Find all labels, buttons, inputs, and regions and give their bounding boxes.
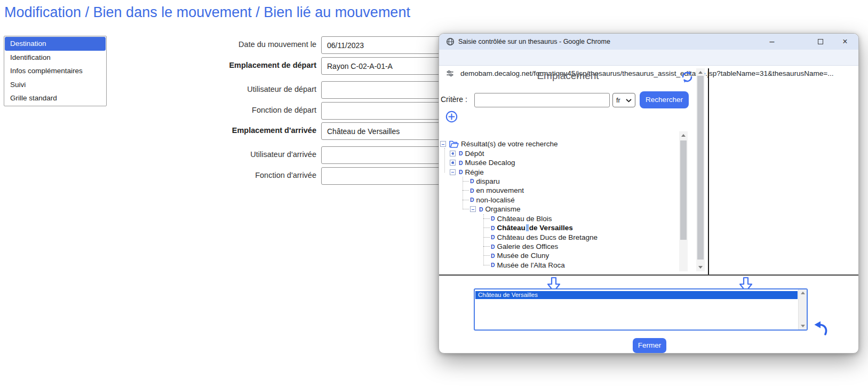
tree-node-label: Organisme [485,205,521,213]
tree-node-musee-de-cluny[interactable]: DMusée de Cluny [439,251,678,260]
tree-toggle-minus-icon[interactable] [450,169,456,175]
window-titlebar[interactable]: Saisie contrôlée sur un thesaurus - Goog… [439,34,858,50]
scroll-up-icon[interactable] [698,71,703,74]
tree-toggle-plus-icon[interactable] [450,151,456,156]
descriptor-d-icon: D [459,150,463,156]
language-select[interactable]: fr [612,93,635,107]
tree-node-en-mouvement[interactable]: Den mouvement [439,186,678,195]
field-label-utilisateur-de-depart: Utilisateur de départ [176,85,316,93]
frame-scrollbar[interactable] [696,68,705,271]
descriptor-d-icon: D [459,160,463,166]
tree-connector [483,246,490,247]
text-caret-highlight [526,224,529,231]
refresh-button[interactable] [681,70,694,85]
tree-scrollbar-thumb[interactable] [680,140,687,240]
thesaurus-tree: Résultat(s) de votre rechercheDDépôtDMus… [439,139,678,271]
result-item-chateau-de-versailles[interactable]: Château de Versailles [475,291,798,299]
tree-node-galerie-des-offices[interactable]: DGalerie des Offices [439,242,678,251]
globe-favicon-icon [446,37,455,48]
field-label-fonction-de-depart: Fonction de départ [176,106,316,114]
descriptor-d-icon: D [491,215,495,222]
field-label-fonction-d-arrivee: Fonction d'arrivée [176,171,316,179]
pane-divider [708,68,709,275]
descriptor-d-icon: D [459,169,463,175]
scroll-down-icon[interactable] [801,325,805,327]
tree-connector [483,237,490,238]
descriptor-d-icon: D [470,178,474,184]
tree-node-label: non-localisé [476,196,515,204]
field-label-emplacement-de-depart: Emplacement de départ [176,61,316,69]
descriptor-d-icon: D [491,253,495,259]
scroll-up-icon[interactable] [681,134,686,137]
scroll-up-icon[interactable] [801,292,805,294]
frame-scrollbar-thumb[interactable] [697,76,704,260]
tree-node-label: en mouvement [476,186,524,194]
fermer-button[interactable]: Fermer [633,338,666,353]
tree-connector [463,181,469,182]
tree-node-resultat-s-de-votre-recherche[interactable]: Résultat(s) de votre recherche [439,139,678,148]
tree-node-musee-decalog[interactable]: DMusée Decalog [439,158,678,167]
listbox-scrollbar[interactable] [798,289,807,330]
frame-bottom-border [439,275,859,276]
sidebar-item-grille-standard[interactable]: Grille standard [5,91,106,105]
descriptor-d-icon: D [479,206,483,213]
result-listbox[interactable]: Château de Versailles [474,288,808,331]
tree-node-label: Régie [465,168,484,176]
sidebar-item-identification[interactable]: Identification [5,51,106,65]
thesaurus-heading: Emplacement [439,70,697,82]
result-listbox-items: Château de Versailles [475,291,798,299]
tree-toggle-minus-icon[interactable] [470,206,476,212]
tree-node-label: Musée de l'Alta Roca [497,261,565,269]
minimize-button[interactable]: – [763,34,781,50]
tree-node-label: Musée de Cluny [497,252,550,260]
tree-node-label: Résultat(s) de votre recherche [461,140,558,148]
tree-node-label: Dépôt [465,150,484,158]
criteria-search-input[interactable] [474,93,610,107]
tree-node-regie[interactable]: DRégie [439,167,678,176]
chevron-down-icon [626,97,632,104]
close-window-button[interactable]: × [836,34,854,50]
tree-node-label: Château de Blois [497,215,552,223]
descriptor-d-icon: D [470,197,474,203]
descriptor-d-icon: D [470,187,474,194]
sidebar-item-destination[interactable]: Destination [5,37,106,51]
page-title: Modification / Bien dans le mouvement / … [4,4,410,21]
tree-node-chateau-de-versailles[interactable]: DChâteaude Versailles [439,223,678,232]
tree-node-chateau-de-blois[interactable]: DChâteau de Blois [439,214,678,223]
tree-node-musee-de-l-alta-roca[interactable]: DMusée de l'Alta Roca [439,261,678,270]
descriptor-d-icon: D [491,234,495,240]
scroll-down-icon[interactable] [698,266,703,269]
tree-node-label: Galerie des Offices [497,242,559,250]
criteria-label: Critère : [441,95,467,104]
tree-node-organisme[interactable]: DOrganisme [439,205,678,214]
tree-node-label: Châteaude Versailles [497,224,573,232]
tree-node-disparu[interactable]: Ddisparu [439,177,678,186]
tree-node-non-localise[interactable]: Dnon-localisé [439,195,678,205]
sidebar-item-infos-complementaires[interactable]: Infos complémentaires [5,64,106,78]
field-label-emplacement-d-arrivee: Emplacement d'arrivée [176,126,316,135]
tree-connector [463,200,469,200]
descriptor-d-icon: D [491,225,495,231]
language-value: fr [616,97,620,104]
tree-connector [463,209,469,209]
tree-node-chateau-des-ducs-de-bretagne[interactable]: DChâteau des Ducs de Bretagne [439,232,678,241]
tree-connector [483,265,490,265]
tree-toggle-minus-icon[interactable] [440,141,446,147]
tree-connector [483,255,490,256]
tree-toggle-plus-icon[interactable] [450,160,456,166]
tree-node-depot[interactable]: DDépôt [439,148,678,158]
tree-scrollbar[interactable] [679,131,688,271]
descriptor-d-icon: D [491,244,495,250]
search-button[interactable]: Rechercher [640,91,689,108]
sidebar-section-list: DestinationIdentificationInfos complémen… [4,36,107,106]
maximize-icon [818,39,823,44]
folder-icon [449,140,459,148]
tree-node-label: Musée Decalog [465,159,515,167]
tree-node-label: Château des Ducs de Bretagne [497,233,598,241]
add-criterion-button[interactable] [445,111,458,125]
sidebar-item-suivi[interactable]: Suivi [5,78,106,92]
maximize-button[interactable] [811,34,830,50]
address-bar[interactable]: demobam.decalog.net/formationv45/jsp/the… [439,50,858,66]
undo-selection-button[interactable] [812,320,828,338]
tree-connector [483,228,490,228]
